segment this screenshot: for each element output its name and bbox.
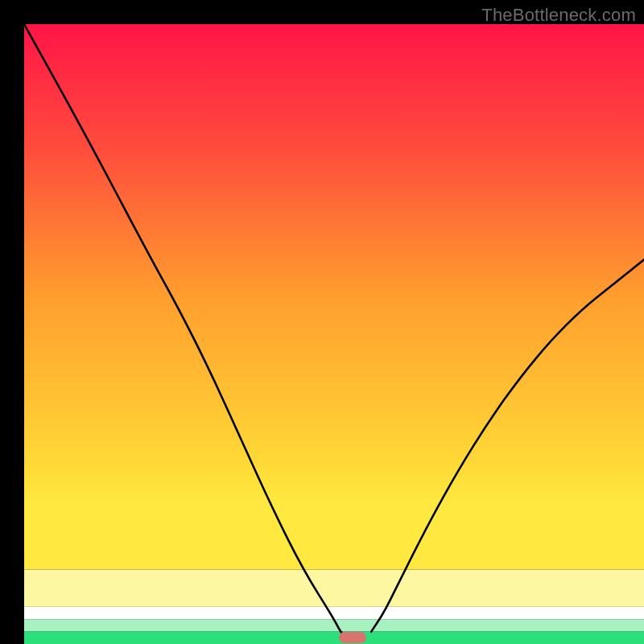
curves-layer: [24, 24, 644, 644]
bottleneck-marker: [339, 632, 366, 643]
plot-area: [24, 24, 644, 644]
curve-left: [24, 24, 346, 638]
watermark-text: TheBottleneck.com: [481, 5, 636, 26]
curve-right: [371, 260, 644, 632]
